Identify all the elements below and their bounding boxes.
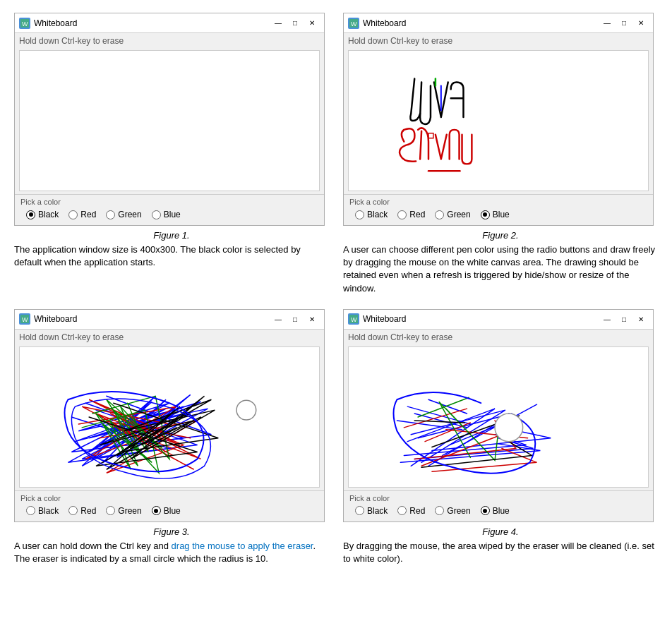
radio-label-blue-3: Blue — [164, 506, 181, 516]
radio-blue-2[interactable]: Blue — [481, 210, 510, 219]
maximize-btn-1[interactable]: □ — [287, 16, 303, 30]
close-btn-3[interactable]: ✕ — [304, 312, 320, 326]
canvas-area-1[interactable] — [19, 50, 320, 191]
radio-green-3[interactable]: Green — [106, 506, 141, 516]
radio-group-3: Black Red Green Blue — [20, 505, 318, 519]
radio-circle-red-4 — [397, 506, 407, 515]
app-icon-4: W — [348, 313, 359, 325]
radio-label-black-4: Black — [367, 506, 388, 516]
desc-4: By dragging the mouse, the area wiped by… — [343, 540, 658, 565]
page-grid: W Whiteboard — □ ✕ Hold down Ctrl-key to… — [0, 0, 672, 581]
radio-green-1[interactable]: Green — [106, 210, 141, 219]
radio-circle-green-3 — [106, 506, 115, 515]
radio-circle-red-1 — [68, 210, 78, 219]
radio-group-1: Black Red Green Blue — [20, 208, 318, 222]
caption-3: Figure 3. — [14, 526, 329, 537]
radio-blue-1[interactable]: Blue — [152, 210, 181, 219]
radio-blue-4[interactable]: Blue — [481, 506, 510, 516]
maximize-btn-2[interactable]: □ — [616, 16, 632, 30]
drawing-fig3 — [20, 347, 319, 487]
radio-circle-red-2 — [397, 210, 407, 219]
figure-4-cell: W Whiteboard — □ ✕ Hold down Ctrl-key to… — [336, 303, 665, 574]
canvas-label-3: Hold down Ctrl-key to erase — [15, 330, 324, 344]
radio-circle-black-2 — [355, 210, 364, 219]
controls-2: — □ ✕ — [599, 16, 649, 30]
radio-label-blue-4: Blue — [493, 506, 510, 516]
close-btn-4[interactable]: ✕ — [633, 312, 649, 326]
canvas-label-2: Hold down Ctrl-key to erase — [344, 33, 653, 47]
minimize-btn-1[interactable]: — — [270, 16, 286, 30]
minimize-btn-2[interactable]: — — [599, 16, 615, 30]
figure-1-cell: W Whiteboard — □ ✕ Hold down Ctrl-key to… — [7, 7, 336, 303]
radio-green-4[interactable]: Green — [435, 506, 470, 516]
radio-label-green-3: Green — [118, 506, 141, 516]
radio-label-green-4: Green — [447, 506, 470, 516]
minimize-btn-4[interactable]: — — [599, 312, 615, 326]
radio-red-4[interactable]: Red — [397, 506, 425, 516]
pick-color-label-4: Pick a color — [349, 494, 647, 502]
radio-black-4[interactable]: Black — [355, 506, 388, 516]
radio-label-green-1: Green — [118, 210, 141, 219]
maximize-btn-3[interactable]: □ — [287, 312, 303, 326]
radio-black-1[interactable]: Black — [26, 210, 59, 219]
radio-dot-blue-4 — [483, 509, 487, 513]
pick-color-label-3: Pick a color — [20, 494, 318, 502]
canvas-area-2[interactable] — [348, 50, 649, 191]
minimize-btn-3[interactable]: — — [270, 312, 286, 326]
app-icon-3: W — [19, 313, 30, 325]
radio-blue-3[interactable]: Blue — [152, 506, 181, 516]
caption-2: Figure 2. — [343, 230, 658, 241]
canvas-label-4: Hold down Ctrl-key to erase — [344, 330, 653, 344]
radio-circle-green-4 — [435, 506, 444, 515]
titlebar-1: W Whiteboard — □ ✕ — [15, 13, 324, 33]
radio-circle-red-3 — [68, 506, 78, 515]
radio-circle-blue-3 — [152, 506, 161, 515]
app-icon-2: W — [348, 18, 359, 29]
controls-1: — □ ✕ — [270, 16, 320, 30]
figure-4-window: W Whiteboard — □ ✕ Hold down Ctrl-key to… — [343, 309, 654, 522]
caption-4: Figure 4. — [343, 526, 658, 537]
canvas-label-1: Hold down Ctrl-key to erase — [15, 33, 324, 47]
color-panel-2: Pick a color Black Red Green — [344, 194, 653, 225]
radio-circle-blue-4 — [481, 506, 490, 515]
radio-label-blue-2: Blue — [493, 210, 510, 219]
canvas-area-3[interactable] — [19, 346, 320, 488]
radio-dot-black-1 — [29, 212, 33, 217]
titlebar-3: W Whiteboard — □ ✕ — [15, 310, 324, 330]
radio-label-green-2: Green — [447, 210, 470, 219]
radio-label-blue-1: Blue — [164, 210, 181, 219]
radio-black-3[interactable]: Black — [26, 506, 59, 516]
title-4: Whiteboard — [363, 314, 599, 324]
cursor-icon — [236, 400, 256, 420]
desc-2: A user can choose different pen color us… — [343, 243, 658, 295]
close-btn-1[interactable]: ✕ — [304, 16, 320, 30]
desc-3: A user can hold down the Ctrl key and dr… — [14, 540, 329, 565]
color-panel-3: Pick a color Black Red Green — [15, 490, 324, 521]
drawing-fig4 — [349, 347, 648, 487]
svg-text:W: W — [22, 316, 28, 323]
radio-group-4: Black Red Green Blue — [349, 505, 647, 519]
radio-red-3[interactable]: Red — [68, 506, 96, 516]
radio-red-2[interactable]: Red — [397, 210, 425, 219]
radio-label-red-4: Red — [409, 506, 425, 516]
canvas-area-4[interactable] — [348, 346, 649, 488]
radio-label-black-1: Black — [38, 210, 59, 219]
radio-black-2[interactable]: Black — [355, 210, 388, 219]
radio-group-2: Black Red Green Blue — [349, 208, 647, 222]
radio-label-red-3: Red — [80, 506, 96, 516]
caption-1: Figure 1. — [14, 230, 329, 241]
close-btn-2[interactable]: ✕ — [633, 16, 649, 30]
svg-text:W: W — [351, 20, 357, 28]
controls-4: — □ ✕ — [599, 312, 649, 326]
radio-label-black-2: Black — [367, 210, 388, 219]
radio-green-2[interactable]: Green — [435, 210, 470, 219]
color-panel-1: Pick a color Black Red Green — [15, 194, 324, 225]
titlebar-2: W Whiteboard — □ ✕ — [344, 13, 653, 33]
color-panel-4: Pick a color Black Red Green — [344, 490, 653, 521]
maximize-btn-4[interactable]: □ — [616, 312, 632, 326]
radio-red-1[interactable]: Red — [68, 210, 96, 219]
controls-3: — □ ✕ — [270, 312, 320, 326]
titlebar-4: W Whiteboard — □ ✕ — [344, 310, 653, 330]
svg-point-7 — [236, 400, 256, 420]
radio-circle-blue-1 — [152, 210, 161, 219]
